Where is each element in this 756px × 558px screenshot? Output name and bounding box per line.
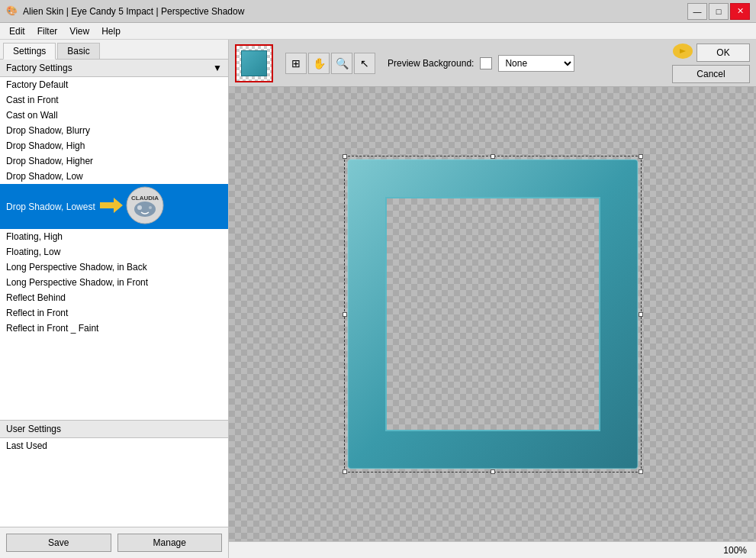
factory-list-item[interactable]: Reflect in Front _ Faint (0, 321, 228, 336)
toolbar-tools: ⊞ ✋ 🔍 ↖ (285, 53, 375, 74)
title-bar: 🎨 Alien Skin | Eye Candy 5 Impact | Pers… (0, 0, 756, 23)
user-section-header: User Settings (0, 421, 228, 438)
factory-section: Factory Settings ▼ Factory DefaultCast i… (0, 60, 228, 421)
claudia-badge: CLAUDIA (123, 186, 164, 227)
ok-button[interactable]: OK (696, 44, 750, 62)
title-bar-title: Alien Skin | Eye Candy 5 Impact | Perspe… (23, 6, 244, 17)
minimize-button[interactable]: — (687, 3, 707, 20)
factory-list-scroll[interactable]: Factory DefaultCast in FrontCast on Wall… (0, 77, 228, 420)
close-button[interactable]: ✕ (730, 3, 750, 20)
bottom-buttons: Save Manage (0, 527, 228, 558)
menu-filter[interactable]: Filter (31, 24, 64, 38)
tab-basic[interactable]: Basic (57, 43, 99, 59)
scroll-indicator: ▼ (213, 63, 222, 73)
menu-view[interactable]: View (63, 24, 95, 38)
menu-edit[interactable]: Edit (3, 24, 31, 38)
svg-point-5 (149, 206, 152, 209)
svg-rect-14 (386, 198, 600, 431)
cancel-button[interactable]: Cancel (672, 65, 750, 83)
frame-container (344, 156, 642, 473)
zoom-button[interactable]: 🔍 (331, 53, 352, 74)
canvas-inner (229, 87, 756, 541)
preview-bg-select[interactable]: None Black White Custom (498, 55, 574, 72)
factory-list-item[interactable]: Long Perspective Shadow, in Front (0, 275, 228, 290)
factory-section-header: Factory Settings ▼ (0, 60, 228, 77)
right-panel: ⊞ ✋ 🔍 ↖ Preview Background: None Black W… (229, 40, 756, 558)
factory-list-item[interactable]: Reflect Behind (0, 290, 228, 305)
user-section: User Settings Last Used (0, 421, 228, 527)
user-list-item[interactable]: Last Used (0, 438, 228, 453)
zoom-level: 100% (723, 545, 747, 556)
main-container: Settings Basic Factory Settings ▼ Factor… (0, 40, 756, 558)
factory-list-item[interactable]: Drop Shadow, High (0, 138, 228, 153)
factory-list-item[interactable]: Factory Default (0, 77, 228, 92)
factory-list-item[interactable]: Drop Shadow, Low (0, 169, 228, 184)
factory-list-item[interactable]: Drop Shadow, Higher (0, 153, 228, 169)
ok-arrow-badge (672, 43, 693, 62)
factory-list-item[interactable]: Cast in Front (0, 92, 228, 108)
tab-settings[interactable]: Settings (3, 43, 56, 60)
factory-section-title: Factory Settings (6, 63, 72, 73)
save-button[interactable]: Save (6, 534, 111, 552)
frame-image (344, 156, 642, 473)
title-bar-left: 🎨 Alien Skin | Eye Candy 5 Impact | Pers… (6, 5, 244, 18)
factory-list-item[interactable]: Reflect in Front (0, 305, 228, 321)
factory-list-item[interactable]: Drop Shadow, Lowest CLAUDIA (0, 184, 228, 229)
factory-list-item[interactable]: Floating, High (0, 229, 228, 244)
factory-list-item[interactable]: Floating, Low (0, 244, 228, 260)
user-section-title: User Settings (6, 424, 61, 434)
app-icon: 🎨 (6, 5, 18, 18)
preview-bg-icon (480, 57, 492, 69)
factory-list-item[interactable]: Cast on Wall (0, 108, 228, 123)
svg-point-3 (134, 202, 156, 217)
svg-text:CLAUDIA: CLAUDIA (131, 195, 159, 202)
status-bar: 100% (229, 541, 756, 558)
toolbar-area: ⊞ ✋ 🔍 ↖ Preview Background: None Black W… (229, 40, 756, 87)
title-bar-controls: — □ ✕ (687, 3, 750, 20)
svg-point-4 (137, 205, 142, 210)
canvas-area[interactable] (229, 87, 756, 541)
action-buttons: OK Cancel (672, 43, 750, 83)
manage-button[interactable]: Manage (117, 534, 223, 552)
selected-item-arrow (95, 198, 123, 215)
pointer-button[interactable]: ↖ (354, 53, 375, 74)
settings-area: Factory Settings ▼ Factory DefaultCast i… (0, 60, 228, 558)
thumbnail (235, 44, 273, 82)
maximize-button[interactable]: □ (709, 3, 729, 20)
user-list[interactable]: Last Used (0, 438, 228, 527)
menu-help[interactable]: Help (95, 24, 127, 38)
menu-bar: Edit Filter View Help (0, 23, 756, 40)
svg-marker-0 (100, 198, 123, 213)
factory-list-item[interactable]: Long Perspective Shadow, in Back (0, 260, 228, 275)
zoom-to-fit-button[interactable]: ⊞ (285, 53, 307, 74)
factory-list-item[interactable]: Drop Shadow, Blurry (0, 123, 228, 138)
preview-bg-label: Preview Background: (388, 58, 474, 69)
pan-button[interactable]: ✋ (308, 53, 330, 74)
left-panel: Settings Basic Factory Settings ▼ Factor… (0, 40, 229, 558)
thumbnail-inner (241, 50, 267, 76)
tabs: Settings Basic (0, 40, 228, 60)
